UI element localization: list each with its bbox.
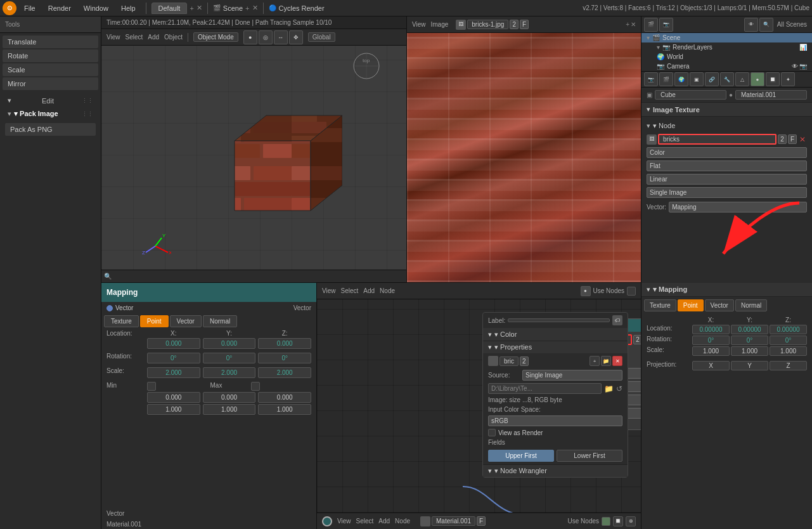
proj-z[interactable]: Z [770, 361, 807, 370]
scale-z-input[interactable]: 2.000 [258, 367, 311, 378]
global-selector[interactable]: Global [308, 32, 335, 42]
right-scale-y[interactable]: 1.000 [731, 346, 768, 356]
node-type-icon[interactable]: ● [581, 286, 591, 296]
rot-x-input[interactable]: 0° [147, 353, 200, 363]
right-loc-x[interactable]: 0.00000 [692, 325, 730, 334]
add-workspace-btn[interactable]: + [190, 4, 193, 12]
right-rot-y[interactable]: 0° [731, 336, 768, 345]
workspace-tab-default[interactable]: Default [151, 3, 188, 14]
label-field[interactable] [508, 318, 610, 322]
image-flag[interactable]: F [520, 20, 529, 29]
props-section-header[interactable]: ▾▾ Properties [483, 341, 628, 353]
props-add-btn[interactable]: + [590, 356, 600, 366]
render-layer-icon[interactable]: 📊 [799, 44, 807, 51]
node-linear-select[interactable]: Linear [647, 174, 807, 185]
close-scene-btn[interactable]: ✕ [252, 4, 258, 12]
active-object-display[interactable]: Cube [655, 90, 726, 100]
viewport-icon-3[interactable]: ↔ [274, 30, 288, 44]
view-render-checkbox[interactable] [488, 429, 496, 436]
image-viewer-close[interactable]: ✕ [631, 21, 636, 28]
filepath-display[interactable]: D:\Library\Te... [488, 383, 602, 394]
render-engine-selector[interactable]: 🔵 Cycles Render [269, 4, 325, 12]
scale-x-input[interactable]: 2.000 [147, 367, 200, 378]
max-y[interactable]: 1.000 [203, 404, 256, 415]
image-filename-display[interactable]: bricks-1.jpg [467, 20, 508, 29]
loc-x-input[interactable]: 0.000 [147, 338, 200, 349]
color-space-select[interactable]: sRGB [488, 415, 622, 426]
right-scale-z[interactable]: 1.000 [770, 346, 807, 356]
min-x[interactable]: 0.000 [147, 392, 200, 403]
bottom-extra-icon[interactable]: ⊕ [626, 516, 636, 526]
lower-first-btn[interactable]: Lower First [557, 450, 622, 462]
proj-y[interactable]: Y [731, 361, 768, 370]
scene-props-icon[interactable]: 🎬 [659, 72, 673, 86]
object-props-icon[interactable]: ▣ [690, 72, 704, 86]
pack-as-png-btn[interactable]: Pack As PNG [5, 123, 96, 136]
vector-tab-mapping[interactable]: Vector [170, 315, 202, 327]
bottom-node-menu[interactable]: Node [395, 518, 410, 525]
scene-item[interactable]: ▾ 🎬 Scene [641, 33, 812, 42]
max-checkbox[interactable] [251, 382, 260, 391]
node-color-select[interactable]: Color [647, 147, 807, 158]
normal-tab-right[interactable]: Normal [735, 299, 767, 311]
loc-z-input[interactable]: 0.000 [258, 338, 311, 349]
close-workspace-btn[interactable]: ✕ [197, 4, 202, 12]
bottom-snap-icon[interactable]: 🔲 [613, 516, 623, 526]
render-menu[interactable]: Render [43, 3, 76, 13]
props-folder-btn[interactable]: 📁 [601, 356, 611, 366]
right-loc-z[interactable]: 0.00000 [770, 325, 807, 334]
texture-tab-mapping[interactable]: Texture [104, 315, 139, 327]
window-menu[interactable]: Window [79, 3, 113, 13]
texture-tab-right[interactable]: Texture [644, 299, 676, 311]
mirror-tool[interactable]: Mirror [3, 77, 98, 90]
viewport-icon-4[interactable]: ✥ [289, 30, 303, 44]
bottom-use-nodes-toggle[interactable] [602, 517, 610, 526]
view-cube[interactable]: top [352, 52, 381, 82]
camera-visibility[interactable]: 👁 [792, 63, 798, 70]
node-single-image-select[interactable]: Single Image [647, 187, 807, 198]
max-x[interactable]: 1.000 [147, 404, 200, 415]
vector-tab-right[interactable]: Vector [705, 299, 734, 311]
normal-tab-mapping[interactable]: Normal [203, 315, 237, 327]
rot-y-input[interactable]: 0° [203, 353, 256, 363]
source-select[interactable]: Single Image [522, 370, 622, 381]
data-icon[interactable]: △ [735, 72, 749, 86]
scene-selector[interactable]: 🎬 Scene [213, 4, 243, 12]
bottom-material-display[interactable]: Material.001 [432, 516, 475, 526]
color-section-header[interactable]: ▾▾ Color [483, 329, 628, 341]
world-item[interactable]: 🌍 World [652, 52, 812, 62]
point-tab-mapping[interactable]: Point [140, 315, 169, 327]
world-props-icon[interactable]: 🌍 [674, 72, 688, 86]
right-loc-y[interactable]: 0.00000 [731, 325, 768, 334]
camera-item[interactable]: 📷 Camera 👁 📷 [652, 62, 812, 71]
pack-image-section[interactable]: ▾ ▾ Pack Image ⋮⋮ [3, 107, 98, 121]
bottom-flag[interactable]: F [477, 516, 486, 526]
view-btn[interactable]: 👁 [744, 18, 758, 32]
rot-z-input[interactable]: 0° [258, 353, 311, 363]
folder-open-icon[interactable]: 📁 [604, 384, 614, 393]
rotate-tool[interactable]: Rotate [3, 49, 98, 62]
right-rot-x[interactable]: 0° [692, 336, 730, 345]
vector-selector[interactable]: Mapping [669, 202, 807, 212]
node-select-menu[interactable]: Select [341, 287, 359, 294]
min-checkbox[interactable] [147, 382, 156, 391]
file-menu[interactable]: File [19, 3, 41, 13]
reload-icon[interactable]: ↺ [616, 384, 622, 393]
active-material-display[interactable]: Material.001 [735, 90, 807, 100]
scale-tool[interactable]: Scale [3, 63, 98, 76]
node-delete-btn[interactable]: ✕ [798, 135, 807, 144]
upper-first-btn[interactable]: Upper First [488, 450, 554, 462]
node-add-menu[interactable]: Add [363, 287, 375, 294]
material-icon[interactable]: ● [751, 72, 764, 86]
node-wrangler-header[interactable]: ▾▾ Node Wrangler [483, 464, 628, 477]
label-icon-btn[interactable]: 🏷 [612, 315, 622, 325]
scene-icon-btn[interactable]: 🎬 [644, 18, 658, 32]
bottom-view-menu[interactable]: View [337, 518, 351, 525]
object-mode-selector[interactable]: Object Mode [193, 32, 238, 42]
node-filename-field[interactable]: bricks [658, 134, 777, 145]
constraint-icon[interactable]: 🔗 [705, 72, 719, 86]
image-menu[interactable]: Image [431, 21, 449, 28]
min-z[interactable]: 0.000 [258, 392, 311, 403]
node-flag-btn[interactable]: F [788, 134, 797, 144]
add-scene-btn[interactable]: + [245, 4, 249, 12]
